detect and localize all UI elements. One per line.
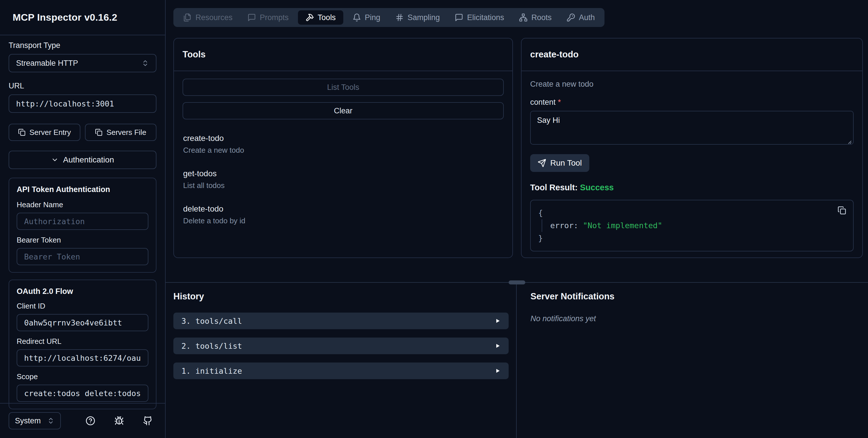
chevron-down-icon [51,156,59,164]
json-string-value: "Not implemented" [583,219,662,232]
client-id-label: Client ID [17,302,148,311]
tab-label: Sampling [408,13,440,22]
tab-prompts[interactable]: Prompts [240,8,296,27]
client-id-input[interactable] [24,318,141,327]
api-token-title: API Token Authentication [17,185,148,194]
tool-runner-panel: create-todo Create a new todo content* S… [521,38,863,258]
server-notifications-title: Server Notifications [530,291,868,302]
tool-name: get-todos [183,169,503,178]
param-label-row: content* [530,98,854,107]
expand-play-icon [495,343,501,349]
json-close-brace: } [538,232,846,245]
redirect-url-field-wrap [17,349,148,367]
authentication-toggle[interactable]: Authentication [9,151,156,169]
scope-input[interactable] [24,389,141,398]
theme-value: System [15,416,41,426]
tool-name: delete-todo [183,205,503,214]
oauth-title: OAuth 2.0 Flow [17,287,148,296]
horizontal-split-divider [166,282,868,283]
tool-list-item-delete-todo[interactable]: delete-todo Delete a todo by id [183,200,504,229]
key-icon [567,13,575,22]
param-content-textarea[interactable]: Say Hi [530,111,854,145]
header-name-field-wrap [17,213,148,230]
tools-panel-body: List Tools Clear create-todo Create a ne… [174,71,513,237]
url-label: URL [9,82,156,90]
bottom-row: History 3. tools/call 2. tools/list 1. i… [166,283,868,438]
tab-ping[interactable]: Ping [345,8,388,27]
footer-icons [86,416,153,426]
copy-icon [95,129,102,136]
tool-name: create-todo [183,134,503,143]
tools-panel-title: Tools [174,38,513,71]
header-name-input[interactable] [24,217,141,226]
transport-type-label: Transport Type [9,41,156,50]
history-list: 3. tools/call 2. tools/list 1. initializ… [174,313,508,379]
url-field-wrap [9,94,156,113]
run-tool-label: Run Tool [550,158,582,168]
servers-file-label: Servers File [106,128,146,137]
redirect-url-input[interactable] [24,354,141,363]
list-tools-button[interactable]: List Tools [183,79,504,96]
bug-icon[interactable] [114,416,124,426]
bearer-token-input[interactable] [24,252,141,261]
history-entry-label: 2. tools/list [181,342,242,350]
copy-result-icon[interactable] [838,206,846,215]
url-input[interactable] [16,99,149,108]
tool-description: Delete a todo by id [183,216,503,225]
run-tool-button[interactable]: Run Tool [530,154,589,172]
json-error-row: error: "Not implemented" [541,219,846,232]
help-circle-icon[interactable] [86,416,95,426]
tab-label: Tools [318,13,336,22]
server-notifications-pane: Server Notifications No notifications ye… [516,283,868,438]
split-drag-handle[interactable] [508,280,525,284]
servers-file-button[interactable]: Servers File [85,124,157,141]
copy-buttons-row: Server Entry Servers File [9,124,156,141]
sidebar: MCP Inspector v0.16.2 Transport Type Str… [0,0,166,438]
history-entry-label: 1. initialize [181,367,242,375]
history-entry-initialize[interactable]: 1. initialize [174,363,508,379]
theme-select[interactable]: System [9,412,61,429]
authentication-label: Authentication [63,155,114,164]
transport-type-value: Streamable HTTP [16,59,78,68]
json-open-brace: { [538,207,846,219]
bearer-token-label: Bearer Token [17,236,148,245]
github-icon[interactable] [143,416,153,426]
history-entry-tools-call[interactable]: 3. tools/call [174,313,508,329]
header-name-label: Header Name [17,200,148,209]
tool-list-item-get-todos[interactable]: get-todos List all todos [183,165,504,194]
notifications-empty-message: No notifications yet [530,314,868,323]
scope-label: Scope [17,372,148,381]
history-title: History [174,291,516,302]
clear-button[interactable]: Clear [183,102,504,119]
tab-label: Ping [365,13,380,22]
hash-icon [395,13,404,22]
copy-icon [18,129,26,136]
tool-runner-description: Create a new todo [530,80,854,89]
tool-description: List all todos [183,181,503,190]
history-entry-tools-list[interactable]: 2. tools/list [174,338,508,354]
api-token-card: API Token Authentication Header Name Bea… [9,178,156,273]
scope-field-wrap [17,385,148,402]
json-key: error: [550,219,578,232]
tool-result-status: Success [580,183,614,192]
tab-sampling[interactable]: Sampling [388,8,447,27]
tab-auth[interactable]: Auth [559,8,602,27]
tool-runner-body: Create a new todo content* Say Hi Run To… [522,71,862,257]
files-icon [183,13,192,22]
main-area: Resources Prompts Tools Ping Sampling El… [166,0,868,438]
tool-result-line: Tool Result: Success [530,183,854,192]
tool-runner-title: create-todo [522,38,862,71]
tab-tools[interactable]: Tools [298,10,343,25]
server-entry-button[interactable]: Server Entry [9,124,81,141]
app-title: MCP Inspector v0.16.2 [0,0,165,35]
transport-type-select[interactable]: Streamable HTTP [9,54,156,72]
tools-panel: Tools List Tools Clear create-todo Creat… [174,38,513,258]
send-icon [538,159,546,167]
tool-list-item-create-todo[interactable]: create-todo Create a new todo [183,130,504,159]
tab-resources[interactable]: Resources [176,8,240,27]
chevrons-up-down-icon [47,417,55,425]
chevrons-up-down-icon [142,59,149,67]
tab-elicitations[interactable]: Elicitations [447,8,512,27]
mcp-inspector-app: MCP Inspector v0.16.2 Transport Type Str… [0,0,868,438]
tab-roots[interactable]: Roots [512,8,559,27]
